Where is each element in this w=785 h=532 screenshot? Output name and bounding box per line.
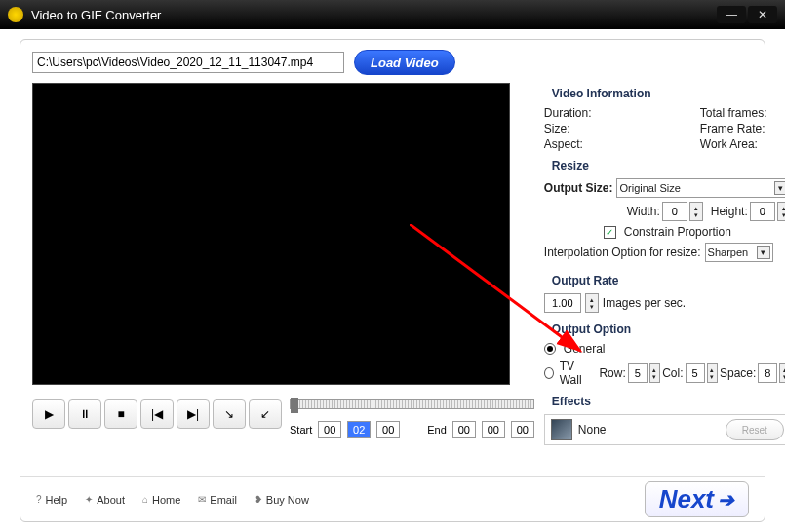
start-label: Start <box>290 424 312 436</box>
duration-value <box>612 106 700 120</box>
width-input[interactable] <box>662 202 687 221</box>
aspect-value <box>612 137 700 151</box>
chevron-down-icon: ▾ <box>774 181 785 195</box>
general-label: General <box>564 342 606 356</box>
load-video-button[interactable]: Load Video <box>354 50 455 75</box>
col-input[interactable] <box>686 363 705 383</box>
next-frame-button[interactable]: ▶| <box>177 399 210 429</box>
seek-thumb[interactable] <box>291 398 298 413</box>
footer: ?Help ✦About ⌂Home ✉Email ❥Buy Now Next➔ <box>20 476 765 521</box>
mark-in-button[interactable]: ↘ <box>213 399 246 429</box>
interp-label: Interpolation Option for resize: <box>544 246 701 259</box>
home-link[interactable]: ⌂Home <box>142 494 180 506</box>
space-label: Space: <box>720 366 756 380</box>
file-path-input[interactable] <box>32 52 344 73</box>
start-ss[interactable] <box>376 421 400 438</box>
arrow-right-icon: ➔ <box>718 488 734 512</box>
tvwall-radio[interactable] <box>544 367 554 379</box>
email-link[interactable]: ✉Email <box>198 494 237 506</box>
workarea-label: Work Area: <box>700 137 785 151</box>
totalframes-label: Total frames: <box>700 106 785 120</box>
about-icon: ✦ <box>85 494 93 505</box>
email-icon: ✉ <box>198 494 206 505</box>
resize-heading: Resize <box>552 159 785 172</box>
app-logo-icon <box>8 7 23 22</box>
col-stepper[interactable]: ▴▾ <box>707 363 718 383</box>
end-label: End <box>427 424 447 436</box>
height-input[interactable] <box>750 202 775 221</box>
output-size-label: Output Size: <box>544 181 613 195</box>
col-label: Col: <box>662 366 683 380</box>
space-stepper[interactable]: ▴▾ <box>779 363 785 383</box>
chevron-down-icon: ▾ <box>757 246 770 259</box>
height-label: Height: <box>711 205 748 218</box>
end-mm[interactable] <box>482 421 505 438</box>
start-mm[interactable] <box>347 421 371 438</box>
tvwall-label: TV Wall <box>560 360 592 387</box>
pause-button[interactable]: ⏸ <box>68 399 101 429</box>
constrain-label: Constrain Proportion <box>624 225 731 239</box>
option-heading: Output Option <box>552 323 785 336</box>
home-icon: ⌂ <box>142 494 148 505</box>
effects-value: None <box>578 423 607 437</box>
rate-heading: Output Rate <box>552 274 785 287</box>
end-ss[interactable] <box>511 421 534 438</box>
help-link[interactable]: ?Help <box>36 494 67 506</box>
height-stepper[interactable]: ▴▾ <box>777 202 785 221</box>
framerate-label: Frame Rate: <box>700 122 785 135</box>
row-input[interactable] <box>628 363 648 383</box>
constrain-checkbox[interactable]: ✓ <box>604 226 616 239</box>
stop-button[interactable]: ■ <box>104 399 137 429</box>
row-label: Row: <box>599 366 625 380</box>
play-button[interactable]: ▶ <box>32 399 65 429</box>
main-panel: Load Video ▶ ⏸ ■ |◀ ▶| ↘ ↙ <box>20 39 765 522</box>
prev-frame-button[interactable]: |◀ <box>140 399 174 429</box>
width-stepper[interactable]: ▴▾ <box>689 202 703 221</box>
effects-heading: Effects <box>552 395 785 408</box>
seek-slider[interactable] <box>290 399 534 409</box>
titlebar: Video to GIF Converter — ✕ <box>0 0 785 29</box>
general-radio[interactable] <box>544 343 556 355</box>
rate-input[interactable] <box>544 293 581 313</box>
start-hh[interactable] <box>318 421 341 438</box>
next-button[interactable]: Next➔ <box>645 481 749 517</box>
minimize-button[interactable]: — <box>717 6 746 23</box>
space-input[interactable] <box>758 363 777 383</box>
end-hh[interactable] <box>452 421 476 438</box>
video-preview <box>32 83 510 385</box>
output-size-select[interactable]: Original Size▾ <box>616 178 785 198</box>
buy-link[interactable]: ❥Buy Now <box>255 494 309 506</box>
width-label: Width: <box>627 205 660 218</box>
about-link[interactable]: ✦About <box>85 494 125 506</box>
duration-label: Duration: <box>544 106 612 120</box>
close-button[interactable]: ✕ <box>748 6 777 23</box>
help-icon: ? <box>36 494 42 505</box>
aspect-label: Aspect: <box>544 137 612 151</box>
interp-select[interactable]: Sharpen▾ <box>705 243 773 262</box>
size-label: Size: <box>544 122 612 135</box>
rate-stepper[interactable]: ▴▾ <box>585 293 599 313</box>
buy-icon: ❥ <box>255 494 262 505</box>
size-value <box>612 122 700 135</box>
effects-thumb-icon[interactable] <box>551 419 572 440</box>
mark-out-button[interactable]: ↙ <box>249 399 282 429</box>
window-title: Video to GIF Converter <box>31 8 717 22</box>
effects-reset-button[interactable]: Reset <box>726 419 784 440</box>
row-stepper[interactable]: ▴▾ <box>649 363 660 383</box>
rate-suffix: Images per sec. <box>603 296 686 310</box>
video-info-heading: Video Information <box>552 87 785 100</box>
